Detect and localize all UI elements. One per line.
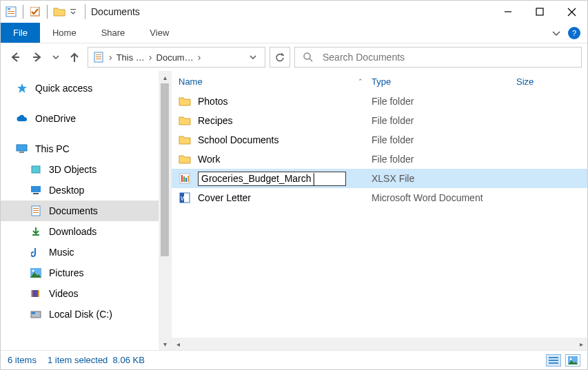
scroll-down-icon[interactable]: ▾ (159, 338, 171, 350)
refresh-button[interactable] (270, 47, 290, 68)
svg-rect-45 (549, 357, 558, 358)
sidebar-item-icon (30, 267, 42, 279)
file-type: File folder (372, 134, 516, 145)
details-view-button[interactable] (546, 354, 561, 367)
up-button[interactable] (65, 48, 83, 66)
file-name: School Documents (198, 134, 279, 145)
file-type-icon (179, 172, 191, 185)
file-list[interactable]: PhotosFile folderRecipesFile folderSchoo… (172, 92, 587, 338)
sidebar-item[interactable]: Local Disk (C:) (1, 304, 171, 325)
file-row[interactable]: PhotosFile folder (172, 92, 587, 111)
search-icon (302, 51, 314, 63)
sidebar-item[interactable]: 3D Objects (1, 159, 171, 180)
file-row[interactable]: WCover LetterMicrosoft Word Document (172, 188, 587, 207)
sidebar-onedrive[interactable]: OneDrive (1, 108, 171, 129)
document-page-icon (92, 51, 105, 63)
svg-rect-23 (33, 193, 39, 194)
svg-rect-33 (31, 290, 32, 297)
chevron-right-icon[interactable] (198, 52, 201, 63)
scroll-right-icon[interactable]: ▸ (575, 340, 587, 348)
sidebar-item[interactable]: Videos (1, 283, 171, 304)
thumbnails-view-button[interactable] (565, 354, 580, 367)
column-name[interactable]: Name (179, 76, 203, 87)
window-title: Documents (91, 6, 140, 17)
file-type-icon (179, 95, 191, 107)
tab-view[interactable]: View (137, 23, 181, 43)
sidebar-item[interactable]: Music (1, 242, 171, 263)
tab-home[interactable]: Home (40, 23, 89, 43)
sidebar-label: Quick access (35, 83, 92, 94)
file-type-icon: W (179, 192, 191, 204)
breadcrumb[interactable]: This … Docum… (88, 47, 265, 68)
svg-rect-20 (19, 152, 24, 153)
ribbon-tabs: File Home Share View ? (1, 23, 587, 43)
sidebar-item-label: Local Disk (C:) (49, 309, 112, 320)
svg-rect-25 (33, 208, 39, 209)
back-button[interactable] (6, 48, 24, 66)
svg-point-49 (570, 358, 572, 360)
file-type: File folder (372, 154, 516, 165)
file-row[interactable]: RecipesFile folder (172, 111, 587, 130)
ribbon-expand-icon[interactable] (550, 27, 562, 39)
scroll-left-icon[interactable]: ◂ (172, 340, 184, 348)
rename-input[interactable]: Groceries_Budget_March│ (198, 172, 346, 186)
sidebar-item-label: Music (49, 247, 74, 258)
sidebar-item-label: 3D Objects (49, 164, 97, 175)
svg-rect-47 (549, 362, 558, 364)
svg-rect-2 (8, 11, 14, 12)
sidebar-item[interactable]: Pictures (1, 263, 171, 283)
chevron-right-icon[interactable] (109, 52, 112, 63)
help-button[interactable]: ? (568, 27, 580, 39)
status-selection: 1 item selected 8.06 KB (48, 355, 145, 365)
recent-locations-button[interactable] (50, 48, 61, 66)
sidebar-item[interactable]: Desktop (1, 180, 171, 201)
file-row[interactable]: WorkFile folder (172, 150, 587, 169)
file-type: File folder (372, 115, 516, 126)
file-row[interactable]: Groceries_Budget_March│XLSX File (172, 169, 587, 188)
qat-dropdown-icon[interactable] (68, 6, 78, 18)
sidebar-item-icon (30, 287, 42, 300)
title-bar: Documents (1, 1, 587, 23)
sidebar-this-pc[interactable]: This PC (1, 138, 171, 159)
sidebar-quick-access[interactable]: Quick access (1, 78, 171, 99)
tab-share[interactable]: Share (89, 23, 138, 43)
minimize-button[interactable] (492, 1, 524, 23)
sidebar-label: OneDrive (35, 113, 76, 124)
text-cursor-icon: │ (312, 173, 318, 185)
maximize-button[interactable] (524, 1, 556, 23)
computer-icon (16, 143, 28, 155)
file-type-icon (179, 153, 191, 165)
chevron-right-icon[interactable] (149, 52, 152, 63)
forward-button[interactable] (28, 48, 46, 66)
navigation-bar: This … Docum… (1, 43, 587, 71)
svg-rect-28 (32, 234, 39, 236)
column-type[interactable]: Type (372, 76, 516, 87)
content-horizontal-scrollbar[interactable]: ◂ ▸ (172, 338, 587, 350)
file-tab[interactable]: File (1, 23, 40, 43)
address-dropdown-icon[interactable] (245, 54, 261, 61)
sidebar-item[interactable]: Downloads (1, 221, 171, 242)
sidebar-item[interactable]: Documents (1, 201, 171, 221)
crumb-documents[interactable]: Docum… (156, 52, 194, 63)
content-pane: Name ⌃ Type Size PhotosFile folderRecipe… (172, 71, 587, 350)
sidebar-item-label: Downloads (49, 226, 97, 237)
sidebar-item-label: Desktop (49, 185, 84, 196)
sidebar-label: This PC (35, 143, 70, 154)
scrollbar-thumb[interactable] (161, 83, 169, 256)
column-size[interactable]: Size (516, 76, 587, 87)
search-box[interactable] (294, 47, 582, 68)
sidebar-item-label: Videos (49, 288, 79, 299)
sidebar-item-label: Pictures (49, 267, 84, 278)
svg-rect-38 (181, 175, 183, 182)
crumb-this-pc[interactable]: This … (116, 52, 145, 63)
properties-check-icon[interactable] (29, 6, 41, 18)
scroll-up-icon[interactable]: ▴ (159, 71, 171, 83)
file-row[interactable]: School DocumentsFile folder (172, 130, 587, 150)
close-button[interactable] (556, 1, 587, 23)
svg-rect-32 (32, 290, 38, 297)
search-input[interactable] (321, 51, 574, 63)
svg-rect-1 (8, 8, 10, 10)
svg-rect-14 (96, 54, 101, 55)
sidebar-scrollbar[interactable]: ▴ ▾ (159, 71, 171, 350)
status-bar: 6 items 1 item selected 8.06 KB (1, 350, 587, 369)
